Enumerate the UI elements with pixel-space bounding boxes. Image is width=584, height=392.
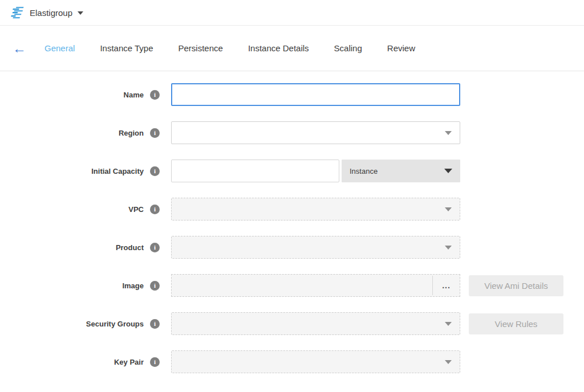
region-info-icon[interactable]: i	[150, 128, 160, 138]
tab-scaling[interactable]: Scaling	[334, 43, 362, 53]
product-select	[171, 236, 460, 259]
security-groups-label: Security Groups	[86, 320, 144, 328]
region-select[interactable]	[171, 121, 460, 144]
name-info-icon[interactable]: i	[150, 90, 160, 100]
key-pair-label: Key Pair	[114, 358, 144, 366]
view-ami-details-button[interactable]: View Ami Details	[469, 275, 563, 296]
top-bar: Elastigroup	[0, 0, 584, 26]
security-groups-select	[171, 312, 460, 335]
security-groups-info-icon[interactable]: i	[150, 319, 160, 329]
wizard-tabs: General Instance Type Persistence Instan…	[44, 43, 415, 53]
form-row-region: Region i	[0, 121, 584, 144]
view-rules-button[interactable]: View Rules	[469, 313, 563, 334]
region-label: Region	[119, 129, 144, 137]
form-row-vpc: VPC i	[0, 198, 584, 220]
name-input[interactable]	[171, 83, 460, 106]
elastigroup-logo-icon	[10, 6, 24, 19]
form-row-initial-capacity: Initial Capacity i Instance	[0, 160, 584, 182]
capacity-unit-value: Instance	[350, 167, 378, 175]
form-row-name: Name i	[0, 83, 584, 106]
key-pair-info-icon[interactable]: i	[150, 357, 160, 367]
chevron-down-icon	[445, 207, 452, 211]
initial-capacity-info-icon[interactable]: i	[150, 166, 160, 176]
image-input: ...	[171, 274, 460, 297]
chevron-down-icon	[445, 246, 452, 250]
chevron-down-icon	[445, 360, 452, 364]
name-label: Name	[124, 91, 144, 99]
vpc-label: VPC	[128, 205, 144, 214]
image-browse-button[interactable]: ...	[433, 275, 460, 296]
form-row-product: Product i	[0, 236, 584, 259]
image-label: Image	[122, 281, 144, 290]
tab-general[interactable]: General	[44, 43, 75, 53]
chevron-down-icon	[444, 169, 452, 173]
vpc-info-icon[interactable]: i	[150, 205, 160, 214]
product-label: Product	[116, 243, 144, 252]
back-arrow-icon[interactable]: ←	[13, 42, 26, 55]
chevron-down-icon	[445, 131, 452, 135]
form-row-image: Image i ... View Ami Details	[0, 274, 584, 297]
initial-capacity-label: Initial Capacity	[91, 167, 144, 175]
tab-instance-type[interactable]: Instance Type	[100, 43, 153, 53]
chevron-down-icon[interactable]	[78, 11, 83, 15]
app-title[interactable]: Elastigroup	[30, 8, 72, 18]
image-value	[172, 275, 432, 296]
form-row-key-pair: Key Pair i	[0, 350, 584, 373]
wizard-tab-bar: ← General Instance Type Persistence Inst…	[0, 26, 584, 71]
product-info-icon[interactable]: i	[150, 243, 160, 252]
tab-review[interactable]: Review	[387, 43, 415, 53]
tab-instance-details[interactable]: Instance Details	[248, 43, 309, 53]
initial-capacity-input[interactable]	[171, 160, 339, 182]
form-row-security-groups: Security Groups i View Rules	[0, 312, 584, 335]
tab-persistence[interactable]: Persistence	[179, 43, 223, 53]
vpc-select	[171, 198, 460, 220]
image-info-icon[interactable]: i	[150, 281, 160, 291]
chevron-down-icon	[445, 322, 452, 326]
key-pair-select	[171, 350, 460, 373]
capacity-unit-select[interactable]: Instance	[342, 160, 460, 182]
general-form: Name i Region i Initial Capacity i Insta…	[0, 71, 584, 373]
